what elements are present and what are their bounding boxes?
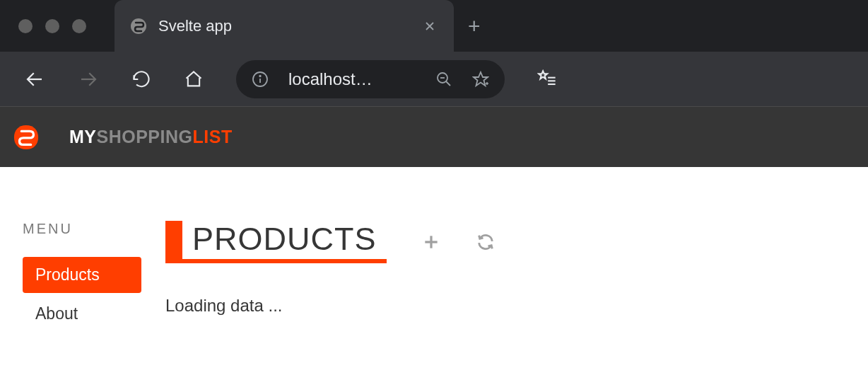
browser-toolbar: localhost…: [0, 52, 868, 106]
page-title-wrap: PRODUCTS: [165, 221, 387, 263]
browser-tab[interactable]: Svelte app: [115, 0, 454, 52]
app-header: MYSHOPPINGLIST: [0, 106, 868, 167]
window-close-button[interactable]: [18, 19, 33, 33]
browser-tab-strip: Svelte app +: [0, 0, 868, 52]
window-minimize-button[interactable]: [45, 19, 59, 33]
sidebar-item-products[interactable]: Products: [23, 257, 141, 293]
svg-point-7: [259, 75, 261, 76]
brand-list: LIST: [192, 127, 232, 146]
favorites-list-icon[interactable]: [537, 69, 557, 89]
sidebar-heading: MENU: [23, 221, 141, 237]
brand-shopping: SHOPPING: [97, 127, 193, 146]
main-area: PRODUCTS Loading data ...: [141, 221, 868, 335]
new-tab-button[interactable]: +: [468, 14, 481, 38]
svelte-favicon: [130, 18, 147, 35]
close-tab-icon[interactable]: [421, 18, 438, 35]
svg-line-9: [446, 81, 450, 86]
brand-title: MYSHOPPINGLIST: [69, 127, 233, 147]
url-text: localhost…: [288, 69, 416, 89]
title-accent-bar: [165, 221, 182, 259]
svelte-logo-icon: [13, 124, 40, 151]
refresh-products-button[interactable]: [476, 232, 495, 252]
home-button[interactable]: [184, 69, 204, 89]
window-maximize-button[interactable]: [72, 19, 86, 33]
site-info-icon[interactable]: [252, 71, 269, 88]
reload-button[interactable]: [131, 69, 151, 89]
sidebar: MENU Products About: [0, 221, 141, 335]
brand-my: MY: [69, 127, 97, 146]
loading-text: Loading data ...: [165, 296, 868, 316]
back-button[interactable]: [24, 69, 45, 90]
tab-title: Svelte app: [158, 17, 421, 35]
zoom-out-icon[interactable]: [435, 71, 452, 88]
page-title-row: PRODUCTS: [165, 221, 868, 263]
window-controls: [0, 19, 86, 33]
sidebar-item-label: About: [35, 304, 78, 323]
favorite-add-icon[interactable]: [472, 71, 489, 88]
app-content: MENU Products About PRODUCTS Loading dat…: [0, 167, 868, 335]
svg-marker-14: [539, 71, 547, 79]
add-product-button[interactable]: [422, 233, 440, 251]
page-title: PRODUCTS: [182, 221, 387, 259]
forward-button[interactable]: [78, 69, 99, 90]
address-bar[interactable]: localhost…: [236, 60, 505, 98]
sidebar-item-label: Products: [35, 265, 100, 284]
sidebar-item-about[interactable]: About: [23, 296, 141, 332]
